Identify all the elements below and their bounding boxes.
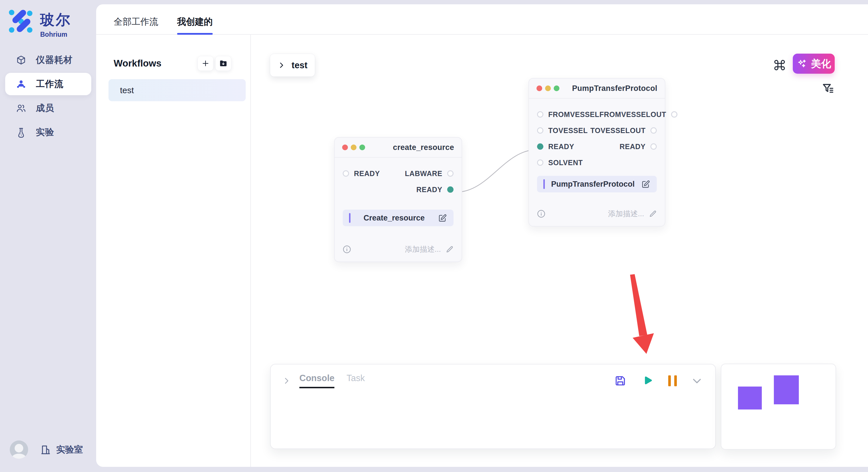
port-label: READY [416,186,442,194]
building-icon [40,444,51,455]
save-icon [614,374,627,387]
workflows-panel: Workflows test [96,35,251,467]
output-port-tovesselout[interactable]: TOVESSELOUT [590,127,657,135]
plus-icon [201,59,210,68]
port-circle-icon[interactable] [537,160,544,166]
node-title: PumpTransferProtocol [572,84,657,93]
output-port-labware[interactable]: LABWARE [405,169,454,178]
node-header: create_resource [335,138,462,158]
port-circle-icon[interactable] [537,111,544,117]
add-workflow-button[interactable] [197,56,214,71]
minimap[interactable] [721,364,836,450]
box-icon [16,55,26,65]
sidebar-item-workflows[interactable]: 工作流 [5,73,91,95]
edit-icon[interactable] [438,213,447,223]
node-footer: 添加描述... [529,205,665,222]
window-dots-icon [342,144,365,150]
port-label: READY [619,142,646,151]
node-create-resource[interactable]: create_resource READY LABWARE [334,137,462,262]
output-port-fromvesselout[interactable]: FROMVESSELOUT [599,110,677,119]
port-circle-icon[interactable] [671,111,677,117]
node-description-placeholder[interactable]: 添加描述... [405,244,441,255]
workflow-tabbar: 全部工作流 我创建的 [96,4,868,35]
node-action-bar[interactable]: PumpTransferProtocol [537,176,657,193]
port-label: TOVESSEL [548,127,588,135]
workflow-item-label: test [120,86,134,95]
minimap-node [774,375,799,404]
beautify-button[interactable]: 美化 [793,54,835,74]
filter-button[interactable] [822,82,835,95]
info-icon[interactable] [342,245,352,254]
save-button[interactable] [614,374,627,387]
command-icon [773,58,786,72]
sidebar-item-experiments[interactable]: 实验 [5,121,91,143]
node-action-label: PumpTransferProtocol [545,180,641,189]
node-action-label: Create_resource [350,214,438,223]
port-circle-icon[interactable] [343,170,349,177]
brand-name-zh: 玻尔 [40,10,71,30]
sidebar: 玻尔 Bohrium 仪器耗材 工作流 成员 实验 [0,0,96,472]
info-icon[interactable] [536,209,546,218]
collapse-console-button[interactable] [691,375,703,386]
input-port-solvent[interactable]: SOLVENT [537,159,583,167]
content-area: 全部工作流 我创建的 Workflows test [96,4,868,467]
input-port-ready[interactable]: READY [537,142,575,151]
workflow-canvas[interactable]: test 美化 create_resource [251,35,868,467]
node-description-placeholder[interactable]: 添加描述... [608,209,644,219]
shortcuts-button[interactable] [773,58,786,72]
port-circle-icon[interactable] [447,170,454,177]
port-circle-icon[interactable] [447,187,454,193]
workflows-panel-title: Workflows [114,58,161,69]
chevron-down-icon [691,375,703,386]
tab-label: 我创建的 [177,16,213,28]
test-tube-icon [16,127,26,138]
beautify-label: 美化 [811,57,831,71]
input-port-fromvessel[interactable]: FROMVESSEL [537,110,599,119]
node-header: PumpTransferProtocol [529,78,665,99]
port-circle-icon[interactable] [650,143,657,150]
chevron-right-icon [278,61,285,69]
sidebar-item-members[interactable]: 成员 [5,97,91,119]
input-port-ready[interactable]: READY [343,169,380,178]
sidebar-item-instruments[interactable]: 仪器耗材 [5,49,91,71]
port-circle-icon[interactable] [650,127,657,134]
filter-icon [822,82,835,95]
output-port-ready[interactable]: READY [619,142,657,151]
play-icon [641,374,654,387]
import-workflow-button[interactable] [215,56,231,71]
chevron-right-icon[interactable] [282,376,291,385]
bohrium-logo-icon [9,8,35,34]
breadcrumb[interactable]: test [270,54,315,76]
members-icon [16,103,26,113]
sidebar-item-label: 实验 [36,126,54,138]
tab-label: 全部工作流 [114,16,158,28]
workspace-label: 实验室 [56,444,83,456]
port-circle-icon[interactable] [537,127,544,134]
user-avatar[interactable] [10,440,28,459]
output-port-ready[interactable]: READY [416,186,454,194]
edit-icon[interactable] [641,179,650,189]
pencil-icon[interactable] [649,209,657,218]
port-circle-icon[interactable] [537,143,544,150]
pencil-icon[interactable] [445,245,454,254]
input-port-tovessel[interactable]: TOVESSEL [537,127,588,135]
console-panel: Console Task [270,364,716,449]
node-pump-transfer-protocol[interactable]: PumpTransferProtocol FROMVESSEL FROMVESS… [528,78,665,227]
node-title: create_resource [393,143,454,152]
sidebar-nav: 仪器耗材 工作流 成员 实验 [0,47,96,145]
run-button[interactable] [641,374,654,387]
sidebar-item-label: 仪器耗材 [36,54,73,66]
sidebar-item-label: 工作流 [36,78,63,90]
sidebar-footer: 实验室 [10,440,83,459]
tab-task[interactable]: Task [346,373,365,388]
pause-button[interactable] [668,375,677,386]
window-dots-icon [536,86,559,91]
workspace-switcher[interactable]: 实验室 [40,444,83,456]
tab-my-created[interactable]: 我创建的 [177,9,213,34]
tab-all-workflows[interactable]: 全部工作流 [114,9,158,34]
tab-console[interactable]: Console [299,373,334,388]
brand-name-en: Bohrium [40,31,71,38]
port-label: LABWARE [405,169,442,178]
node-action-bar[interactable]: Create_resource [343,210,454,226]
workflow-list-item[interactable]: test [108,79,246,101]
